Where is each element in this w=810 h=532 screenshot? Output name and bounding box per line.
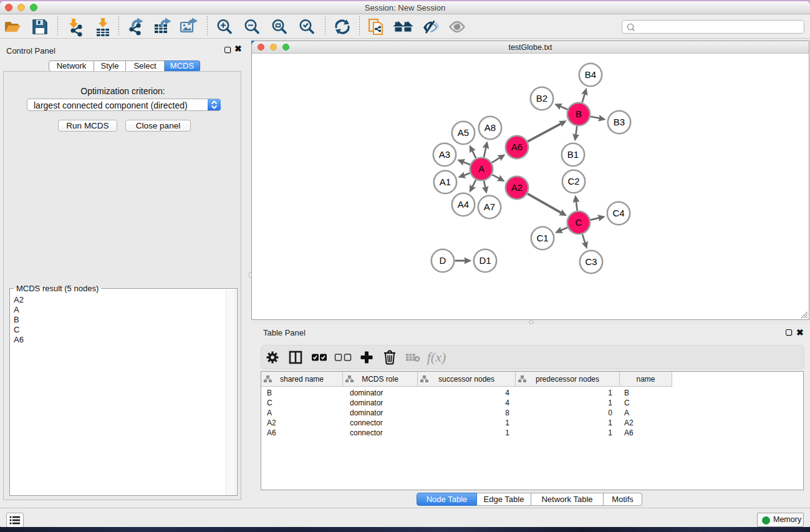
svg-text:A8: A8 <box>485 122 496 133</box>
svg-text:A1: A1 <box>440 177 451 187</box>
svg-text:B2: B2 <box>536 93 547 104</box>
svg-text:D1: D1 <box>479 255 491 266</box>
svg-text:C: C <box>576 217 582 228</box>
svg-text:C1: C1 <box>536 233 548 243</box>
svg-text:A6: A6 <box>511 142 523 152</box>
svg-text:A3: A3 <box>439 149 450 160</box>
svg-text:C3: C3 <box>585 256 597 267</box>
svg-text:B: B <box>576 109 582 119</box>
svg-text:B3: B3 <box>614 117 625 127</box>
svg-text:f(x): f(x) <box>427 349 446 365</box>
svg-text:A7: A7 <box>484 201 495 212</box>
svg-text:C4: C4 <box>612 208 624 218</box>
svg-text:C2: C2 <box>567 176 579 186</box>
svg-text:A2: A2 <box>511 182 523 193</box>
svg-text:B4: B4 <box>585 69 596 80</box>
svg-text:B1: B1 <box>567 149 579 160</box>
svg-text:A: A <box>478 163 485 174</box>
svg-text:D: D <box>440 255 446 266</box>
svg-text:A5: A5 <box>458 127 469 138</box>
svg-text:A4: A4 <box>458 199 469 210</box>
